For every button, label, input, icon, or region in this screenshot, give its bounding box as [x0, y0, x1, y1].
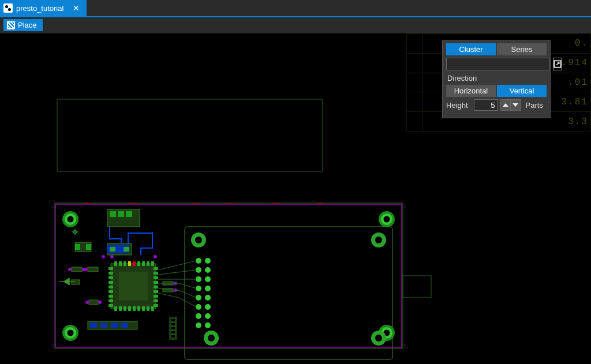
svg-rect-74: [109, 290, 113, 293]
svg-rect-52: [119, 261, 122, 266]
expand-icon: [553, 60, 562, 68]
svg-rect-100: [75, 244, 80, 250]
spin-up-button[interactable]: [500, 99, 511, 111]
svg-rect-63: [128, 306, 131, 311]
place-button-label: Place: [18, 21, 37, 29]
svg-rect-88: [133, 261, 136, 266]
svg-rect-67: [147, 306, 149, 311]
tab-title: presto_tutorial: [16, 4, 68, 13]
svg-rect-89: [137, 261, 140, 266]
design-canvas[interactable]: 0. .914 .01 3.81 3.3 Cluster Series Dire…: [0, 33, 591, 364]
horizontal-button[interactable]: Horizontal: [446, 85, 496, 97]
spin-down-button[interactable]: [511, 99, 521, 111]
spin-down-icon: [513, 103, 518, 107]
svg-rect-97: [110, 247, 115, 252]
qfp-chip: [109, 261, 158, 311]
close-icon[interactable]: ✕: [72, 3, 81, 13]
height-units: Parts: [526, 101, 543, 110]
expand-button[interactable]: [553, 58, 562, 70]
svg-rect-1: [57, 99, 323, 171]
svg-point-24: [208, 335, 215, 342]
svg-rect-83: [154, 290, 158, 293]
connector-j1: [107, 209, 140, 227]
svg-point-115: [102, 255, 105, 258]
svg-rect-80: [154, 276, 158, 279]
svg-rect-85: [154, 299, 158, 302]
svg-rect-86: [154, 304, 158, 307]
svg-rect-57: [142, 261, 145, 266]
svg-rect-79: [154, 272, 158, 275]
height-input[interactable]: [474, 99, 498, 111]
svg-rect-70: [109, 272, 113, 275]
svg-rect-62: [124, 306, 126, 311]
svg-point-33: [196, 286, 201, 291]
svg-point-112: [174, 282, 177, 285]
svg-point-22: [375, 237, 382, 243]
svg-rect-69: [109, 267, 113, 270]
svg-rect-48: [171, 335, 175, 338]
svg-rect-101: [86, 244, 91, 250]
svg-rect-77: [109, 304, 113, 307]
svg-rect-84: [154, 295, 158, 298]
svg-rect-82: [154, 286, 158, 288]
svg-point-35: [196, 295, 201, 301]
svg-rect-75: [109, 295, 113, 298]
view-mode-toggle: Cluster Series: [446, 43, 547, 55]
svg-rect-81: [154, 281, 158, 284]
svg-point-109: [85, 301, 89, 304]
svg-rect-2: [402, 276, 431, 298]
svg-rect-87: [128, 261, 131, 266]
svg-rect-127: [121, 323, 128, 328]
direction-toggle: Horizontal Vertical: [446, 85, 547, 97]
svg-point-12: [384, 216, 390, 223]
svg-point-28: [205, 258, 211, 264]
svg-point-106: [84, 268, 88, 271]
svg-point-38: [205, 304, 211, 310]
svg-point-117: [154, 255, 157, 258]
series-button[interactable]: Series: [497, 43, 547, 55]
svg-rect-125: [100, 323, 107, 328]
svg-rect-105: [88, 267, 98, 272]
svg-rect-47: [171, 331, 175, 334]
vertical-button[interactable]: Vertical: [497, 85, 547, 97]
filter-input[interactable]: [446, 58, 549, 70]
svg-rect-59: [151, 261, 154, 266]
placement-panel: Cluster Series Direction Horizontal Vert…: [442, 40, 551, 118]
svg-point-20: [195, 237, 202, 243]
svg-rect-60: [114, 306, 117, 311]
height-spinner: [500, 99, 521, 111]
svg-point-39: [196, 313, 201, 319]
svg-point-30: [205, 267, 211, 273]
svg-point-103: [68, 268, 72, 271]
svg-rect-72: [109, 281, 113, 284]
svg-point-34: [205, 286, 211, 291]
place-button[interactable]: Place: [3, 19, 43, 31]
svg-point-27: [196, 258, 201, 264]
svg-rect-107: [72, 280, 80, 284]
pcb-app-icon: [3, 3, 13, 13]
svg-point-40: [205, 313, 211, 319]
svg-rect-44: [171, 318, 175, 322]
tab-bar: presto_tutorial ✕: [0, 0, 591, 17]
svg-point-42: [205, 322, 211, 328]
svg-point-15: [68, 330, 74, 336]
tab-presto-tutorial[interactable]: presto_tutorial ✕: [0, 0, 87, 16]
svg-point-116: [110, 255, 114, 258]
svg-rect-68: [151, 306, 154, 311]
svg-rect-73: [109, 286, 113, 288]
svg-rect-50: [119, 272, 148, 301]
toolbar: Place: [0, 17, 591, 33]
svg-rect-66: [142, 306, 145, 311]
svg-point-26: [375, 335, 382, 342]
cluster-button[interactable]: Cluster: [446, 43, 496, 55]
svg-point-110: [98, 301, 102, 304]
svg-rect-71: [109, 276, 113, 279]
svg-rect-126: [111, 323, 118, 328]
svg-rect-61: [119, 306, 122, 311]
regulator: [107, 243, 132, 255]
svg-rect-53: [124, 261, 126, 266]
spin-up-icon: [503, 103, 508, 107]
svg-rect-98: [124, 247, 129, 252]
header-connector: [196, 258, 211, 328]
svg-rect-46: [171, 327, 175, 330]
